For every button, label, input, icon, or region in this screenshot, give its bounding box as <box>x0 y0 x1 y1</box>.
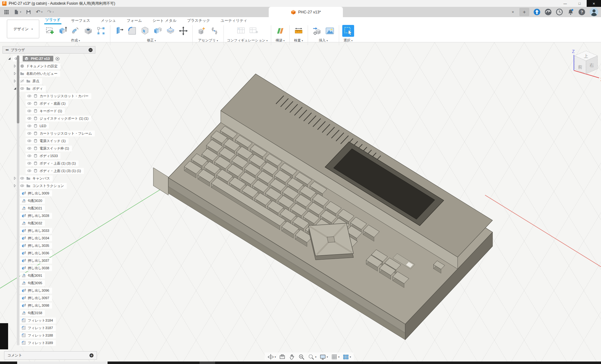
visibility-on-icon[interactable] <box>27 154 31 158</box>
expand-arrow-icon[interactable] <box>13 79 17 83</box>
new-component-button[interactable] <box>196 25 208 37</box>
workspace-selector[interactable]: デザイン ▾ <box>7 20 39 38</box>
visibility-off-icon[interactable] <box>20 79 24 83</box>
orbit-button[interactable]: ▾ <box>267 354 276 360</box>
group-label-dropdown[interactable]: 構築▾ <box>276 38 285 43</box>
chevron-down-icon: ▾ <box>53 11 54 13</box>
view-cube[interactable]: 上 前 右 Z X <box>570 47 601 84</box>
history-icon[interactable] <box>556 8 563 16</box>
zoom-fit-button[interactable]: ▾ <box>308 354 316 360</box>
scrollbar-thumb[interactable] <box>17 55 19 123</box>
visibility-on-icon[interactable] <box>20 184 24 188</box>
expand-arrow-icon[interactable] <box>13 72 17 75</box>
comment-bar[interactable]: コメント + <box>4 351 97 360</box>
new-tab-button[interactable]: + <box>519 8 529 16</box>
redo-button[interactable]: ↷▾ <box>47 9 54 15</box>
tab-solid[interactable]: ソリッド <box>44 17 61 24</box>
shell-button[interactable] <box>139 25 151 37</box>
save-button[interactable] <box>26 9 31 15</box>
display-settings-button[interactable]: ▾ <box>320 354 328 360</box>
create-sketch-button[interactable] <box>44 25 56 37</box>
configuration-button[interactable] <box>235 25 247 37</box>
insert-image-button[interactable] <box>324 25 336 37</box>
activate-component-icon[interactable] <box>55 56 60 61</box>
press-pull-button[interactable] <box>113 25 125 37</box>
viewcube-face-top[interactable]: 上 <box>584 54 588 59</box>
minimize-button[interactable]: — <box>558 0 572 7</box>
row-chip: 押し出し3035 <box>20 243 52 249</box>
comment-label: コメント <box>7 353 22 358</box>
tab-6[interactable]: ユーティリティ <box>220 18 248 24</box>
tab-3[interactable]: フォーム <box>126 18 143 24</box>
profile-icon[interactable] <box>589 7 599 17</box>
hide-panel-icon[interactable]: – <box>89 48 93 52</box>
ribbon-tabs: ソリッドサーフェスメッシュフォームシート メタルプラスチックユーティリティ <box>44 17 248 24</box>
hole-button[interactable] <box>82 25 94 37</box>
close-button[interactable]: × <box>587 0 601 7</box>
visibility-on-icon[interactable] <box>27 101 31 106</box>
visibility-on-icon[interactable] <box>27 161 31 165</box>
help-icon[interactable] <box>578 8 585 16</box>
visibility-on-icon[interactable] <box>20 176 24 180</box>
collapse-arrow-icon[interactable] <box>13 87 17 90</box>
group-label-dropdown[interactable]: 作成▾ <box>71 38 80 43</box>
visibility-on-icon[interactable] <box>27 169 31 173</box>
combine-button[interactable] <box>152 25 164 37</box>
extrude-button[interactable] <box>57 25 69 37</box>
close-tab-icon[interactable]: × <box>510 10 515 14</box>
look-at-button[interactable] <box>279 354 286 360</box>
expand-arrow-icon[interactable] <box>13 64 17 68</box>
visibility-on-icon[interactable] <box>27 94 31 98</box>
config-table-button[interactable] <box>248 25 260 37</box>
grid-settings-button[interactable]: ▾ <box>331 354 339 360</box>
offset-face-button[interactable] <box>165 25 176 37</box>
visibility-on-icon[interactable] <box>27 124 31 128</box>
app-launcher-button[interactable] <box>4 9 9 15</box>
file-menu-button[interactable]: ▾ <box>14 9 21 15</box>
pan-button[interactable] <box>289 354 295 360</box>
maximize-button[interactable]: □ <box>572 0 587 7</box>
collapse-panel-icon[interactable]: ◀◀ <box>5 49 8 51</box>
extensions-icon[interactable] <box>533 8 541 16</box>
tab-1[interactable]: サーフェス <box>70 18 91 24</box>
notifications-icon[interactable] <box>567 8 574 16</box>
joint-button[interactable] <box>209 25 220 37</box>
tab-5[interactable]: プラスチック <box>186 18 211 24</box>
group-label-dropdown[interactable]: 検査▾ <box>294 38 303 43</box>
group-label-dropdown[interactable]: アセンブリ▾ <box>198 38 218 43</box>
viewcube-face-right[interactable]: 右 <box>589 63 594 68</box>
viewports-button[interactable]: ▾ <box>343 354 351 360</box>
undo-button[interactable]: ↶▾ <box>36 9 42 15</box>
collapse-arrow-icon[interactable] <box>7 57 11 60</box>
visibility-on-icon[interactable] <box>27 116 31 121</box>
measure-button[interactable] <box>293 25 305 37</box>
group-label-dropdown[interactable]: 修正▾ <box>147 38 156 43</box>
group-label-dropdown[interactable]: コンフィギュレーション▾ <box>227 38 268 43</box>
extrude-icon <box>22 236 26 240</box>
visibility-on-icon[interactable] <box>27 146 31 151</box>
zoom-button[interactable] <box>298 354 305 360</box>
sweep-button[interactable] <box>70 25 81 37</box>
viewcube-face-front[interactable]: 前 <box>578 65 582 69</box>
visibility-on-icon[interactable] <box>20 86 24 91</box>
expand-arrow-icon[interactable] <box>13 184 17 188</box>
expand-arrow-icon[interactable] <box>13 176 17 180</box>
visibility-on-icon[interactable] <box>27 131 31 136</box>
tab-4[interactable]: シート メタル <box>151 18 177 24</box>
visibility-on-icon[interactable] <box>27 139 31 143</box>
group-label-dropdown[interactable]: 選択▾ <box>344 38 353 43</box>
tab-2[interactable]: メッシュ <box>100 18 117 24</box>
move-button[interactable] <box>177 25 189 37</box>
insert-derive-button[interactable] <box>311 25 323 37</box>
job-status-icon[interactable] <box>545 8 552 16</box>
select-button[interactable] <box>342 25 354 37</box>
document-tab[interactable]: PHC-27 v13* <box>269 7 343 17</box>
add-comment-icon[interactable]: + <box>89 353 94 357</box>
pattern-icon <box>96 26 106 36</box>
construction-plane-button[interactable] <box>274 25 286 37</box>
group-label-dropdown[interactable]: 挿入▾ <box>319 38 328 43</box>
browser-scrollbar[interactable] <box>17 55 19 345</box>
visibility-on-icon[interactable] <box>27 109 31 113</box>
fillet-button[interactable] <box>126 25 138 37</box>
pattern-button[interactable] <box>95 25 107 37</box>
